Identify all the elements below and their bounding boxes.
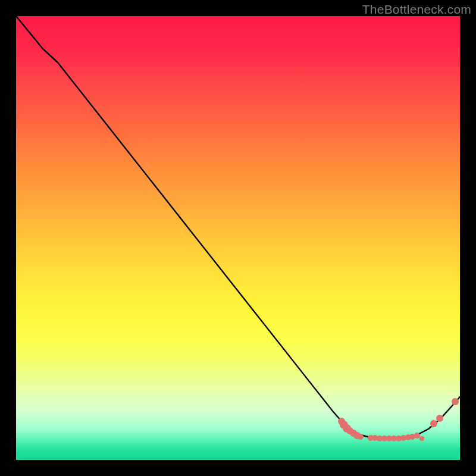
data-marker [452, 398, 459, 405]
watermark-text: TheBottleneck.com [362, 2, 471, 17]
bottleneck-curve [16, 16, 460, 460]
data-marker [358, 434, 364, 440]
chart-stage: TheBottleneck.com [0, 0, 476, 476]
data-marker [419, 436, 424, 441]
data-marker [430, 420, 437, 427]
data-marker [436, 415, 443, 422]
plot-area [16, 16, 460, 460]
